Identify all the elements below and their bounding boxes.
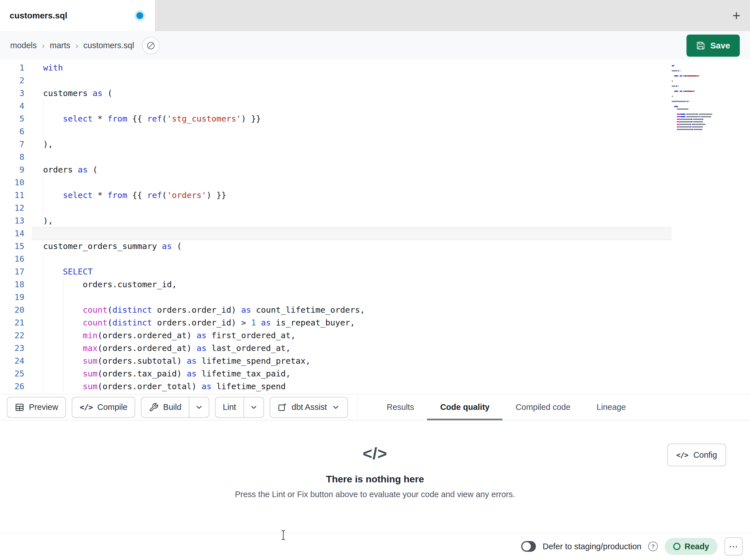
build-dropdown-button[interactable]	[189, 397, 209, 418]
minimap-line	[672, 128, 717, 130]
breadcrumb-item-customers-sql[interactable]: customers.sql	[83, 41, 134, 50]
indent-guide	[43, 100, 43, 112]
code-line-25[interactable]: 25 sum(orders.tax_paid) as lifetime_tax_…	[0, 367, 750, 380]
code-line-14[interactable]: 14	[0, 227, 750, 240]
line-number: 22	[0, 329, 32, 342]
indent-guide	[43, 367, 43, 380]
chevron-down-icon	[332, 403, 340, 412]
line-number: 23	[0, 342, 32, 355]
breadcrumb-item-marts[interactable]: marts	[50, 41, 71, 50]
code-icon: </>	[235, 445, 515, 462]
code-line-15[interactable]: 15customer_orders_summary as (	[0, 240, 750, 253]
defer-toggle[interactable]	[521, 541, 536, 552]
assist-icon	[278, 402, 287, 412]
table-icon	[15, 402, 24, 412]
line-content	[32, 253, 750, 265]
minimap-line	[672, 125, 717, 128]
more-options-button[interactable]: ⋯	[725, 537, 743, 556]
file-state-button[interactable]	[142, 37, 160, 55]
code-line-13[interactable]: 13),	[0, 214, 750, 227]
minimap-line	[672, 85, 717, 87]
code-line-6[interactable]: 6	[0, 125, 750, 138]
panel-tab-lineage[interactable]: Lineage	[584, 394, 639, 420]
dbt-assist-button[interactable]: dbt Assist	[270, 397, 348, 418]
toggle-knob	[522, 542, 531, 551]
line-number: 4	[0, 100, 32, 112]
breadcrumb-item-models[interactable]: models	[10, 41, 37, 50]
save-button[interactable]: Save	[687, 35, 740, 57]
code-line-23[interactable]: 23 max(orders.ordered_at) as last_ordere…	[0, 342, 750, 355]
minimap[interactable]	[672, 64, 717, 130]
code-line-9[interactable]: 9orders as (	[0, 163, 750, 176]
results-panel: </> There is nothing here Press the Lint…	[0, 420, 750, 533]
lint-button[interactable]: Lint	[215, 397, 243, 418]
new-tab-button[interactable]: +	[732, 0, 741, 31]
lint-split-button: Lint	[215, 397, 264, 418]
code-line-8[interactable]: 8	[0, 151, 750, 163]
code-line-1[interactable]: 1with	[0, 61, 750, 74]
code-line-2[interactable]: 2	[0, 74, 750, 87]
code-line-12[interactable]: 12	[0, 202, 750, 214]
preview-label: Preview	[29, 402, 58, 412]
code-editor[interactable]: 1with23customers as (45 select * from {{…	[0, 60, 750, 394]
ready-status-badge[interactable]: Ready	[665, 538, 718, 555]
build-button[interactable]: Build	[141, 397, 189, 418]
panel-tab-results[interactable]: Results	[374, 394, 427, 420]
line-content	[32, 100, 750, 112]
minimap-line	[672, 113, 717, 115]
code-line-4[interactable]: 4	[0, 100, 750, 112]
indent-guide	[43, 278, 43, 291]
line-content: min(orders.ordered_at) as first_ordered_…	[32, 329, 750, 342]
minimap-line	[672, 67, 717, 69]
code-line-10[interactable]: 10	[0, 176, 750, 189]
line-content: select * from {{ ref('orders') }}	[32, 189, 750, 202]
code-line-21[interactable]: 21 count(distinct orders.order_id) > 1 a…	[0, 316, 750, 329]
minimap-line	[672, 69, 717, 72]
help-icon[interactable]: ?	[648, 542, 658, 551]
dbt-assist-label: dbt Assist	[292, 402, 327, 412]
tab-bar: customers.sql +	[0, 0, 750, 31]
code-icon: </>	[80, 403, 93, 412]
tab-customers-sql[interactable]: customers.sql	[0, 0, 155, 31]
breadcrumb-separator: ›	[42, 41, 45, 50]
config-button[interactable]: </> Config	[667, 443, 726, 466]
minimap-line	[672, 108, 717, 110]
line-content	[32, 176, 750, 189]
code-line-3[interactable]: 3customers as (	[0, 87, 750, 100]
code-line-7[interactable]: 7),	[0, 138, 750, 151]
ready-ring-icon	[673, 543, 680, 550]
slash-circle-icon	[146, 41, 156, 50]
line-content	[32, 151, 750, 163]
code-line-26[interactable]: 26 sum(orders.order_total) as lifetime_s…	[0, 380, 750, 393]
panel-tabs: ResultsCode qualityCompiled codeLineage	[358, 394, 639, 420]
preview-button[interactable]: Preview	[7, 397, 66, 418]
line-number: 6	[0, 125, 32, 138]
code-line-5[interactable]: 5 select * from {{ ref('stg_customers') …	[0, 112, 750, 125]
indent-guide	[43, 329, 43, 342]
code-line-19[interactable]: 19	[0, 291, 750, 304]
code-line-22[interactable]: 22 min(orders.ordered_at) as first_order…	[0, 329, 750, 342]
code-line-11[interactable]: 11 select * from {{ ref('orders') }}	[0, 189, 750, 202]
minimap-line	[672, 103, 717, 105]
code-line-17[interactable]: 17 SELECT	[0, 265, 750, 278]
code-line-20[interactable]: 20 count(distinct orders.order_id) as co…	[0, 304, 750, 316]
minimap-line	[672, 80, 717, 82]
panel-tab-compiled-code[interactable]: Compiled code	[502, 394, 583, 420]
minimap-line	[672, 98, 717, 100]
code-line-24[interactable]: 24 sum(orders.subtotal) as lifetime_spen…	[0, 355, 750, 367]
breadcrumb-bar: models›marts›customers.sql Save	[0, 31, 750, 60]
panel-tab-code-quality[interactable]: Code quality	[427, 394, 502, 420]
line-number: 13	[0, 214, 32, 227]
minimap-line	[672, 115, 717, 118]
line-content: with	[32, 61, 750, 74]
line-number: 24	[0, 355, 32, 367]
code-line-18[interactable]: 18 orders.customer_id,	[0, 278, 750, 291]
minimap-line	[672, 92, 717, 95]
lint-dropdown-button[interactable]	[243, 397, 264, 418]
indent-guide	[43, 265, 43, 278]
line-content: count(distinct orders.order_id) > 1 as i…	[32, 316, 750, 329]
code-line-16[interactable]: 16	[0, 253, 750, 265]
compile-button[interactable]: </>Compile	[72, 397, 135, 418]
line-number: 20	[0, 304, 32, 316]
indent-guide	[43, 176, 43, 189]
